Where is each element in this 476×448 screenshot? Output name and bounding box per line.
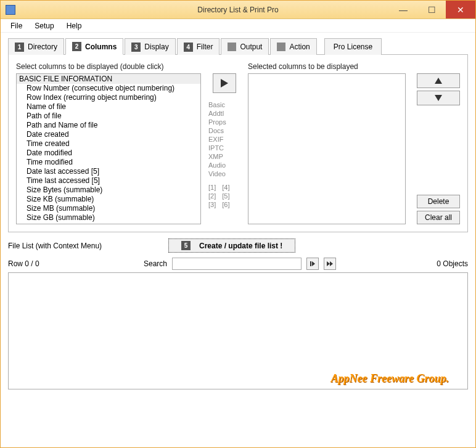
search-next-button[interactable]: [306, 258, 319, 270]
triangle-up-icon: [435, 78, 442, 84]
list-item[interactable]: Path and Name of file: [17, 121, 200, 130]
row-counter: Row 0 / 0: [8, 259, 131, 268]
play-icon: [221, 79, 228, 88]
tab-num: 3: [131, 43, 141, 52]
selected-columns-label: Selected columns to be displayed: [248, 62, 406, 71]
tab-display[interactable]: 3 Display: [125, 38, 175, 55]
svg-rect-3: [310, 261, 311, 266]
minimize-button[interactable]: —: [389, 1, 417, 18]
list-item[interactable]: Size KB (summable): [17, 195, 200, 204]
forward-icon: [327, 261, 333, 266]
footnote-ref[interactable]: [4]: [222, 183, 229, 192]
list-header: BASIC FILE INFORMATION: [17, 74, 200, 84]
footnote-ref[interactable]: [1]: [208, 183, 216, 192]
menu-setup[interactable]: Setup: [28, 20, 60, 31]
menu-help[interactable]: Help: [60, 20, 88, 31]
available-columns-label: Select columns to be displayed (double c…: [16, 62, 201, 71]
objects-count: 0 Objects: [437, 259, 468, 268]
svg-marker-2: [435, 95, 442, 101]
titlebar: Directory List & Print Pro — ☐ ✕: [1, 1, 475, 19]
footnote-refs: [1][2][3] [4][5][6]: [206, 183, 243, 209]
tab-output[interactable]: Output: [221, 38, 269, 55]
tab-label: Display: [144, 43, 168, 51]
play-icon: [310, 261, 315, 266]
tab-label: Filter: [197, 43, 213, 51]
footnote-ref[interactable]: [2]: [208, 192, 216, 200]
tab-label: Directory: [28, 43, 57, 51]
list-item[interactable]: Date modified: [17, 149, 200, 158]
list-item[interactable]: Date created: [17, 130, 200, 139]
menu-file[interactable]: File: [4, 20, 28, 31]
svg-marker-5: [327, 261, 330, 266]
tab-label: Action: [289, 43, 310, 51]
category-link[interactable]: XMP: [206, 152, 243, 161]
step-num: 5: [181, 241, 191, 250]
svg-marker-6: [330, 261, 333, 266]
category-link[interactable]: Docs: [206, 126, 243, 135]
clear-all-button[interactable]: Clear all: [417, 211, 460, 224]
tab-filter[interactable]: 4 Filter: [177, 38, 220, 55]
columns-panel: Select columns to be displayed (double c…: [8, 55, 468, 232]
create-label: Create / update file list !: [199, 242, 282, 250]
category-link[interactable]: EXIF: [206, 135, 243, 144]
maximize-button[interactable]: ☐: [417, 1, 446, 18]
move-up-button[interactable]: [417, 73, 460, 88]
app-icon: [6, 5, 15, 15]
tab-directory[interactable]: 1 Directory: [8, 38, 64, 55]
close-button[interactable]: ✕: [446, 1, 475, 18]
gear-icon: [277, 43, 285, 51]
category-link[interactable]: IPTC: [206, 144, 243, 152]
move-down-button[interactable]: [417, 91, 460, 105]
category-link[interactable]: Basic: [206, 100, 243, 109]
list-item[interactable]: Row Number (consecutive object numbering…: [17, 84, 200, 93]
create-update-button[interactable]: 5 Create / update file list !: [168, 238, 295, 253]
list-item[interactable]: Name of file: [17, 102, 200, 112]
tab-num: 1: [15, 43, 24, 52]
tab-label: Output: [240, 43, 262, 51]
file-list-label: File List (with Context Menu): [8, 242, 162, 250]
search-label: Search: [136, 259, 167, 268]
category-link[interactable]: Video: [206, 169, 243, 178]
footnote-ref[interactable]: [6]: [222, 200, 229, 209]
tab-pro-license[interactable]: Pro License: [324, 38, 382, 55]
output-icon: [228, 43, 236, 51]
triangle-down-icon: [435, 95, 442, 101]
menubar: File Setup Help: [1, 19, 475, 33]
tab-action[interactable]: Action: [270, 38, 316, 55]
list-item[interactable]: Time last accessed [5]: [17, 176, 200, 185]
tab-num: 2: [72, 42, 81, 51]
list-item[interactable]: Size Bytes (summable): [17, 185, 200, 195]
svg-marker-1: [435, 78, 442, 84]
svg-marker-0: [221, 79, 228, 88]
category-links: BasicAddtlPropsDocsEXIFIPTCXMPAudioVideo: [206, 100, 243, 178]
available-columns-list[interactable]: BASIC FILE INFORMATIONRow Number (consec…: [16, 73, 201, 224]
add-column-button[interactable]: [213, 73, 236, 93]
tab-label: Columns: [85, 43, 117, 51]
tab-bar: 1 Directory 2 Columns 3 Display 4 Filter…: [8, 38, 468, 55]
list-item[interactable]: Time created: [17, 139, 200, 149]
search-last-button[interactable]: [324, 258, 336, 270]
search-input[interactable]: [172, 258, 302, 270]
tab-label: Pro License: [334, 43, 372, 51]
file-list-area[interactable]: AppNee Freeware Group.: [8, 272, 468, 389]
footnote-ref[interactable]: [3]: [208, 200, 216, 209]
delete-button[interactable]: Delete: [417, 195, 460, 208]
category-link[interactable]: Props: [206, 118, 243, 126]
category-link[interactable]: Addtl: [206, 109, 243, 118]
category-link[interactable]: Audio: [206, 161, 243, 169]
svg-marker-4: [312, 261, 315, 266]
list-item[interactable]: Path of file: [17, 112, 200, 121]
list-item[interactable]: Row Index (recurring object numbering): [17, 93, 200, 102]
footnote-ref[interactable]: [5]: [222, 192, 229, 200]
list-item[interactable]: File Type (filename extension): [17, 222, 200, 224]
list-item[interactable]: Size GB (summable): [17, 213, 200, 222]
tab-num: 4: [184, 43, 193, 52]
tab-columns[interactable]: 2 Columns: [65, 38, 123, 55]
list-item[interactable]: Size MB (summable): [17, 204, 200, 213]
list-item[interactable]: Date last accessed [5]: [17, 167, 200, 176]
watermark: AppNee Freeware Group.: [331, 372, 449, 385]
selected-columns-list[interactable]: [248, 73, 406, 224]
list-item[interactable]: Time modified: [17, 158, 200, 167]
window-controls: — ☐ ✕: [389, 1, 475, 18]
